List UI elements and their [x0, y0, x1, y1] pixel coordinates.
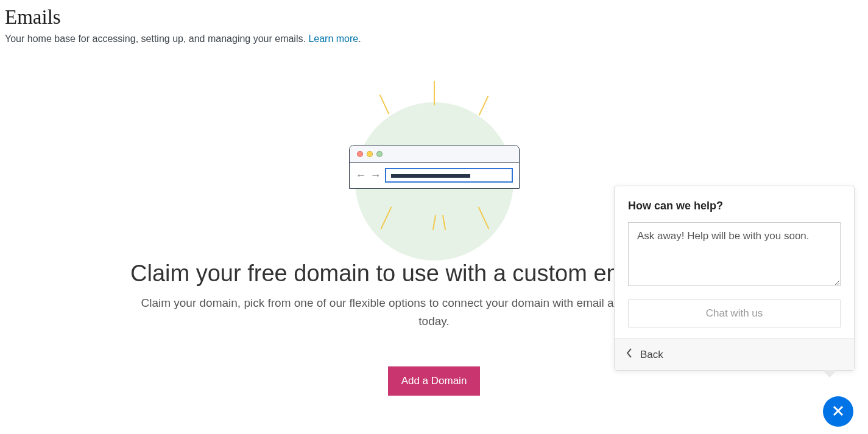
chevron-left-icon — [626, 348, 633, 362]
domain-illustration: ← → — [337, 78, 532, 254]
ray-icon — [434, 81, 435, 105]
traffic-light-red-icon — [357, 151, 363, 157]
help-title: How can we help? — [628, 200, 841, 212]
ray-icon — [379, 94, 389, 114]
page-header: Emails Your home base for accessing, set… — [0, 0, 868, 44]
page-subtitle: Your home base for accessing, setting up… — [5, 33, 868, 44]
browser-titlebar — [350, 145, 519, 163]
subtitle-text: Your home base for accessing, setting up… — [5, 33, 308, 44]
traffic-light-green-icon — [376, 151, 383, 157]
chat-with-us-button[interactable]: Chat with us — [628, 299, 841, 327]
subtitle-period: . — [358, 33, 361, 44]
help-textarea[interactable] — [628, 222, 841, 286]
browser-mockup: ← → — [349, 145, 520, 189]
browser-toolbar: ← → — [350, 163, 519, 188]
help-body: How can we help? Chat with us — [615, 186, 854, 338]
ray-icon — [478, 96, 489, 116]
url-box — [385, 168, 513, 183]
back-button[interactable]: Back — [615, 338, 854, 370]
close-icon — [832, 405, 844, 419]
arrow-right-icon: → — [370, 169, 381, 182]
traffic-light-yellow-icon — [367, 151, 373, 157]
url-text-placeholder — [391, 174, 470, 178]
add-domain-button[interactable]: Add a Domain — [388, 366, 481, 396]
learn-more-link[interactable]: Learn more — [308, 33, 358, 44]
close-help-button[interactable] — [823, 396, 853, 427]
page-title: Emails — [5, 6, 868, 29]
panel-arrow-icon — [822, 370, 837, 377]
back-label: Back — [640, 349, 663, 361]
help-panel: How can we help? Chat with us Back — [614, 186, 855, 371]
arrow-left-icon: ← — [356, 169, 367, 182]
